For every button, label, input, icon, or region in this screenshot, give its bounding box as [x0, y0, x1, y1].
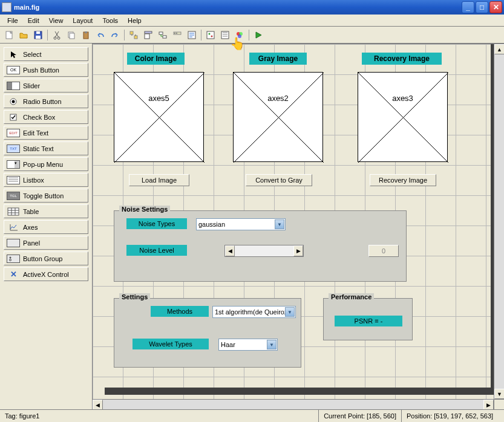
toggle-icon: TGL — [7, 192, 20, 200]
activex-icon: ✕ — [7, 270, 20, 279]
palette-slider[interactable]: Slider — [4, 79, 88, 93]
palette-checkbox-label: Check Box — [23, 114, 55, 121]
axes3[interactable]: axes3 — [358, 72, 448, 162]
scroll-down-icon[interactable]: ▼ — [494, 389, 504, 399]
scroll-left-icon[interactable]: ◀ — [93, 400, 103, 409]
paste-icon[interactable] — [79, 28, 93, 42]
palette-button-group[interactable]: Button Group — [4, 252, 88, 265]
noise-types-dropdown[interactable]: gaussian ▼ — [196, 218, 286, 230]
svg-rect-9 — [85, 31, 87, 33]
palette-edit-text[interactable]: EDITEdit Text — [4, 126, 88, 140]
editor-icon[interactable] — [185, 28, 198, 42]
menu-help[interactable]: Help — [123, 16, 146, 25]
menu-editor-icon[interactable] — [142, 28, 155, 42]
axes-icon — [7, 223, 20, 232]
palette-table[interactable]: Table — [4, 204, 88, 218]
object-browser-icon[interactable] — [204, 28, 217, 42]
listbox-icon — [7, 176, 20, 184]
convert-gray-button[interactable]: Convert to Gray — [246, 174, 312, 186]
settings-panel[interactable]: Settings Methods 1st algorithm(de Queiro… — [114, 298, 301, 368]
palette-axes[interactable]: Axes — [4, 220, 88, 234]
palette-select[interactable]: Select — [4, 47, 88, 61]
canvas-edge-bottom — [105, 388, 498, 395]
dropdown-arrow-icon: ▼ — [275, 219, 284, 229]
horizontal-scrollbar[interactable]: ◀ ▶ — [93, 399, 504, 409]
close-button[interactable]: ✕ — [489, 1, 502, 13]
noise-settings-panel[interactable]: Noise Settings Noise Types gaussian ▼ No… — [114, 210, 407, 282]
palette-toggle-button[interactable]: TGLToggle Button — [4, 189, 88, 203]
slider-left-arrow[interactable]: ◀ — [225, 245, 235, 256]
axes3-label: axes3 — [392, 94, 413, 103]
noise-level-value[interactable]: 0 — [368, 245, 399, 257]
redo-icon[interactable] — [108, 28, 122, 42]
svg-rect-14 — [159, 32, 163, 34]
color-palette-icon[interactable] — [233, 28, 246, 42]
menu-view[interactable]: View — [44, 16, 68, 25]
axes2-label: axes2 — [267, 94, 289, 103]
menu-layout[interactable]: Layout — [68, 16, 97, 25]
vertical-scrollbar[interactable]: ▲ ▼ — [494, 44, 504, 399]
recovery-image-button[interactable]: Recovery Image — [370, 174, 436, 186]
property-inspector-icon[interactable] — [218, 28, 232, 42]
palette-listbox[interactable]: Listbox — [4, 173, 88, 187]
menu-file[interactable]: File — [2, 16, 23, 25]
methods-label: Methods — [151, 306, 209, 317]
recovery-image-label: Recovery Image — [362, 53, 442, 65]
palette-check-box[interactable]: Check Box — [4, 110, 88, 124]
radio-icon — [7, 97, 20, 106]
open-icon[interactable] — [17, 28, 30, 42]
methods-dropdown[interactable]: 1st algorithm(de Queiroz & ... ▼ — [212, 306, 296, 318]
pointer-icon — [7, 50, 20, 59]
maximize-button[interactable]: □ — [476, 1, 488, 13]
noise-level-slider[interactable]: ◀ ▶ — [224, 245, 304, 257]
svg-point-21 — [209, 33, 211, 34]
noise-types-value: gaussian — [198, 221, 225, 228]
palette-push-button[interactable]: OKPush Button — [4, 63, 88, 77]
scroll-up-icon[interactable]: ▲ — [494, 44, 504, 54]
copy-icon[interactable] — [65, 28, 78, 42]
noise-types-label: Noise Types — [126, 218, 187, 229]
menu-tools[interactable]: Tools — [97, 16, 123, 25]
menu-edit[interactable]: Edit — [23, 16, 44, 25]
app-icon — [2, 2, 11, 12]
palette-popup-menu[interactable]: ▾Pop-up Menu — [4, 157, 88, 171]
popup-icon: ▾ — [7, 160, 20, 169]
design-canvas[interactable]: Color Image Gray Image Recovery Image ax… — [93, 44, 504, 407]
palette-activex[interactable]: ✕ActiveX Control — [4, 267, 88, 281]
palette-panel[interactable]: Panel — [4, 236, 88, 250]
slider-right-arrow[interactable]: ▶ — [293, 245, 303, 256]
palette-static-text[interactable]: TXTStatic Text — [4, 141, 88, 155]
svg-point-22 — [211, 35, 213, 37]
palette-radio-button[interactable]: Radio Button — [4, 94, 88, 108]
svg-point-28 — [12, 100, 15, 103]
cut-icon[interactable] — [50, 28, 64, 42]
save-icon[interactable] — [31, 28, 45, 42]
undo-icon[interactable] — [94, 28, 107, 42]
svg-rect-3 — [36, 36, 41, 39]
palette-toggle-label: Toggle Button — [23, 192, 64, 200]
wavelet-types-dropdown[interactable]: Haar ▼ — [218, 339, 278, 351]
load-image-button[interactable]: Load Image — [129, 174, 189, 186]
svg-rect-18 — [176, 33, 177, 34]
static-text-icon: TXT — [7, 144, 20, 153]
align-icon[interactable] — [127, 28, 140, 42]
minimize-button[interactable]: _ — [462, 1, 474, 13]
button-group-icon — [7, 255, 20, 263]
axes2[interactable]: axes2 — [233, 72, 323, 162]
new-icon[interactable] — [2, 28, 16, 42]
performance-title: Performance — [329, 293, 374, 300]
svg-rect-15 — [163, 36, 166, 38]
svg-point-32 — [10, 259, 11, 261]
scroll-right-icon[interactable]: ▶ — [483, 400, 494, 409]
gray-image-label: Gray Image — [249, 53, 307, 65]
axes5[interactable]: axes5 — [114, 72, 204, 162]
dropdown-arrow-icon: ▼ — [285, 307, 295, 317]
performance-panel[interactable]: Performance PSNR = - — [323, 298, 413, 340]
toolbar-editor-icon[interactable] — [171, 28, 184, 42]
palette-static-text-label: Static Text — [23, 145, 54, 152]
status-tag: Tag: figure1 — [0, 410, 318, 422]
titlebar: main.fig _ □ ✕ — [0, 0, 504, 15]
tab-order-icon[interactable] — [156, 28, 169, 42]
run-icon[interactable] — [252, 28, 265, 42]
edit-text-icon: EDIT — [7, 129, 20, 137]
